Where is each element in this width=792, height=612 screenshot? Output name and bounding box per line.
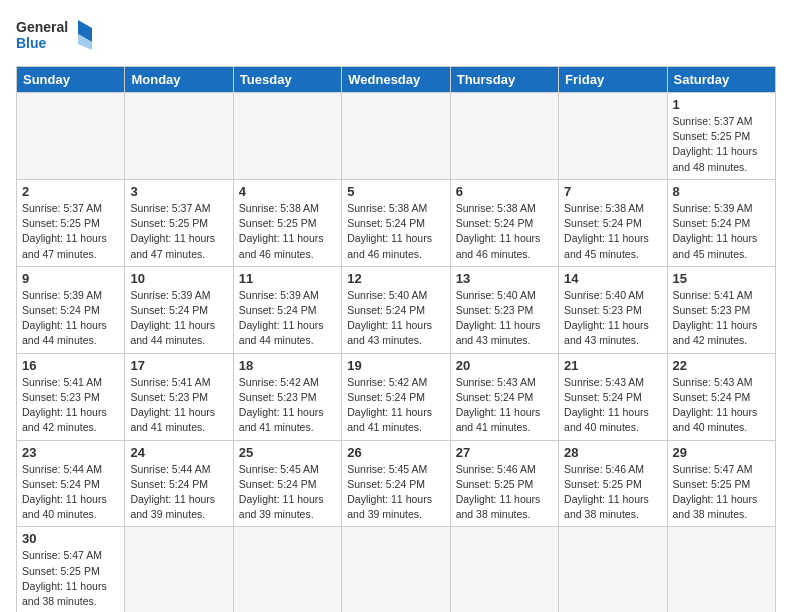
calendar-cell — [17, 93, 125, 180]
calendar-cell: 26Sunrise: 5:45 AM Sunset: 5:24 PM Dayli… — [342, 440, 450, 527]
day-number: 29 — [673, 445, 770, 460]
calendar-cell: 13Sunrise: 5:40 AM Sunset: 5:23 PM Dayli… — [450, 266, 558, 353]
calendar-cell: 11Sunrise: 5:39 AM Sunset: 5:24 PM Dayli… — [233, 266, 341, 353]
day-info: Sunrise: 5:47 AM Sunset: 5:25 PM Dayligh… — [673, 462, 770, 523]
day-info: Sunrise: 5:40 AM Sunset: 5:24 PM Dayligh… — [347, 288, 444, 349]
day-info: Sunrise: 5:39 AM Sunset: 5:24 PM Dayligh… — [22, 288, 119, 349]
calendar-week-row: 9Sunrise: 5:39 AM Sunset: 5:24 PM Daylig… — [17, 266, 776, 353]
day-number: 26 — [347, 445, 444, 460]
day-of-week-header: Saturday — [667, 67, 775, 93]
day-number: 11 — [239, 271, 336, 286]
calendar-header-row: SundayMondayTuesdayWednesdayThursdayFrid… — [17, 67, 776, 93]
day-number: 3 — [130, 184, 227, 199]
calendar-cell: 4Sunrise: 5:38 AM Sunset: 5:25 PM Daylig… — [233, 179, 341, 266]
day-number: 1 — [673, 97, 770, 112]
day-info: Sunrise: 5:43 AM Sunset: 5:24 PM Dayligh… — [673, 375, 770, 436]
calendar-week-row: 2Sunrise: 5:37 AM Sunset: 5:25 PM Daylig… — [17, 179, 776, 266]
day-number: 5 — [347, 184, 444, 199]
day-info: Sunrise: 5:46 AM Sunset: 5:25 PM Dayligh… — [456, 462, 553, 523]
day-number: 17 — [130, 358, 227, 373]
calendar-cell: 7Sunrise: 5:38 AM Sunset: 5:24 PM Daylig… — [559, 179, 667, 266]
calendar-cell — [667, 527, 775, 612]
day-info: Sunrise: 5:42 AM Sunset: 5:24 PM Dayligh… — [347, 375, 444, 436]
day-number: 12 — [347, 271, 444, 286]
calendar-cell: 5Sunrise: 5:38 AM Sunset: 5:24 PM Daylig… — [342, 179, 450, 266]
calendar-cell — [233, 527, 341, 612]
calendar-cell: 28Sunrise: 5:46 AM Sunset: 5:25 PM Dayli… — [559, 440, 667, 527]
calendar-week-row: 30Sunrise: 5:47 AM Sunset: 5:25 PM Dayli… — [17, 527, 776, 612]
calendar-cell — [125, 527, 233, 612]
day-info: Sunrise: 5:40 AM Sunset: 5:23 PM Dayligh… — [564, 288, 661, 349]
day-of-week-header: Monday — [125, 67, 233, 93]
calendar-cell: 15Sunrise: 5:41 AM Sunset: 5:23 PM Dayli… — [667, 266, 775, 353]
day-number: 27 — [456, 445, 553, 460]
calendar-cell — [342, 527, 450, 612]
day-number: 19 — [347, 358, 444, 373]
day-number: 14 — [564, 271, 661, 286]
day-info: Sunrise: 5:42 AM Sunset: 5:23 PM Dayligh… — [239, 375, 336, 436]
day-info: Sunrise: 5:44 AM Sunset: 5:24 PM Dayligh… — [130, 462, 227, 523]
day-number: 10 — [130, 271, 227, 286]
calendar-cell: 23Sunrise: 5:44 AM Sunset: 5:24 PM Dayli… — [17, 440, 125, 527]
day-number: 23 — [22, 445, 119, 460]
calendar-cell: 29Sunrise: 5:47 AM Sunset: 5:25 PM Dayli… — [667, 440, 775, 527]
day-info: Sunrise: 5:38 AM Sunset: 5:25 PM Dayligh… — [239, 201, 336, 262]
day-number: 16 — [22, 358, 119, 373]
calendar-cell: 21Sunrise: 5:43 AM Sunset: 5:24 PM Dayli… — [559, 353, 667, 440]
calendar-cell — [450, 93, 558, 180]
day-of-week-header: Sunday — [17, 67, 125, 93]
day-number: 4 — [239, 184, 336, 199]
day-number: 18 — [239, 358, 336, 373]
calendar-week-row: 1Sunrise: 5:37 AM Sunset: 5:25 PM Daylig… — [17, 93, 776, 180]
day-number: 20 — [456, 358, 553, 373]
calendar-cell: 6Sunrise: 5:38 AM Sunset: 5:24 PM Daylig… — [450, 179, 558, 266]
calendar-cell: 10Sunrise: 5:39 AM Sunset: 5:24 PM Dayli… — [125, 266, 233, 353]
day-info: Sunrise: 5:41 AM Sunset: 5:23 PM Dayligh… — [673, 288, 770, 349]
day-number: 7 — [564, 184, 661, 199]
day-of-week-header: Tuesday — [233, 67, 341, 93]
calendar-cell: 14Sunrise: 5:40 AM Sunset: 5:23 PM Dayli… — [559, 266, 667, 353]
page-header: General Blue — [16, 16, 776, 58]
day-info: Sunrise: 5:45 AM Sunset: 5:24 PM Dayligh… — [347, 462, 444, 523]
day-info: Sunrise: 5:37 AM Sunset: 5:25 PM Dayligh… — [673, 114, 770, 175]
day-number: 8 — [673, 184, 770, 199]
day-number: 15 — [673, 271, 770, 286]
day-of-week-header: Wednesday — [342, 67, 450, 93]
svg-text:General: General — [16, 19, 68, 35]
calendar-cell: 3Sunrise: 5:37 AM Sunset: 5:25 PM Daylig… — [125, 179, 233, 266]
calendar-cell: 18Sunrise: 5:42 AM Sunset: 5:23 PM Dayli… — [233, 353, 341, 440]
calendar-cell: 12Sunrise: 5:40 AM Sunset: 5:24 PM Dayli… — [342, 266, 450, 353]
calendar-cell: 25Sunrise: 5:45 AM Sunset: 5:24 PM Dayli… — [233, 440, 341, 527]
logo: General Blue — [16, 16, 96, 58]
calendar-cell: 30Sunrise: 5:47 AM Sunset: 5:25 PM Dayli… — [17, 527, 125, 612]
calendar-cell — [450, 527, 558, 612]
logo-svg: General Blue — [16, 16, 96, 58]
day-info: Sunrise: 5:37 AM Sunset: 5:25 PM Dayligh… — [130, 201, 227, 262]
calendar-cell: 2Sunrise: 5:37 AM Sunset: 5:25 PM Daylig… — [17, 179, 125, 266]
calendar-cell — [125, 93, 233, 180]
calendar-week-row: 16Sunrise: 5:41 AM Sunset: 5:23 PM Dayli… — [17, 353, 776, 440]
day-info: Sunrise: 5:47 AM Sunset: 5:25 PM Dayligh… — [22, 548, 119, 609]
day-info: Sunrise: 5:40 AM Sunset: 5:23 PM Dayligh… — [456, 288, 553, 349]
day-info: Sunrise: 5:39 AM Sunset: 5:24 PM Dayligh… — [673, 201, 770, 262]
calendar-table: SundayMondayTuesdayWednesdayThursdayFrid… — [16, 66, 776, 612]
day-number: 28 — [564, 445, 661, 460]
day-info: Sunrise: 5:41 AM Sunset: 5:23 PM Dayligh… — [130, 375, 227, 436]
day-info: Sunrise: 5:37 AM Sunset: 5:25 PM Dayligh… — [22, 201, 119, 262]
day-number: 25 — [239, 445, 336, 460]
svg-text:Blue: Blue — [16, 35, 47, 51]
day-of-week-header: Friday — [559, 67, 667, 93]
calendar-cell: 20Sunrise: 5:43 AM Sunset: 5:24 PM Dayli… — [450, 353, 558, 440]
day-info: Sunrise: 5:39 AM Sunset: 5:24 PM Dayligh… — [130, 288, 227, 349]
calendar-cell — [559, 93, 667, 180]
calendar-cell: 16Sunrise: 5:41 AM Sunset: 5:23 PM Dayli… — [17, 353, 125, 440]
day-number: 22 — [673, 358, 770, 373]
day-number: 13 — [456, 271, 553, 286]
day-info: Sunrise: 5:38 AM Sunset: 5:24 PM Dayligh… — [347, 201, 444, 262]
day-info: Sunrise: 5:45 AM Sunset: 5:24 PM Dayligh… — [239, 462, 336, 523]
calendar-cell: 24Sunrise: 5:44 AM Sunset: 5:24 PM Dayli… — [125, 440, 233, 527]
calendar-cell: 27Sunrise: 5:46 AM Sunset: 5:25 PM Dayli… — [450, 440, 558, 527]
day-info: Sunrise: 5:41 AM Sunset: 5:23 PM Dayligh… — [22, 375, 119, 436]
day-info: Sunrise: 5:43 AM Sunset: 5:24 PM Dayligh… — [564, 375, 661, 436]
day-info: Sunrise: 5:39 AM Sunset: 5:24 PM Dayligh… — [239, 288, 336, 349]
